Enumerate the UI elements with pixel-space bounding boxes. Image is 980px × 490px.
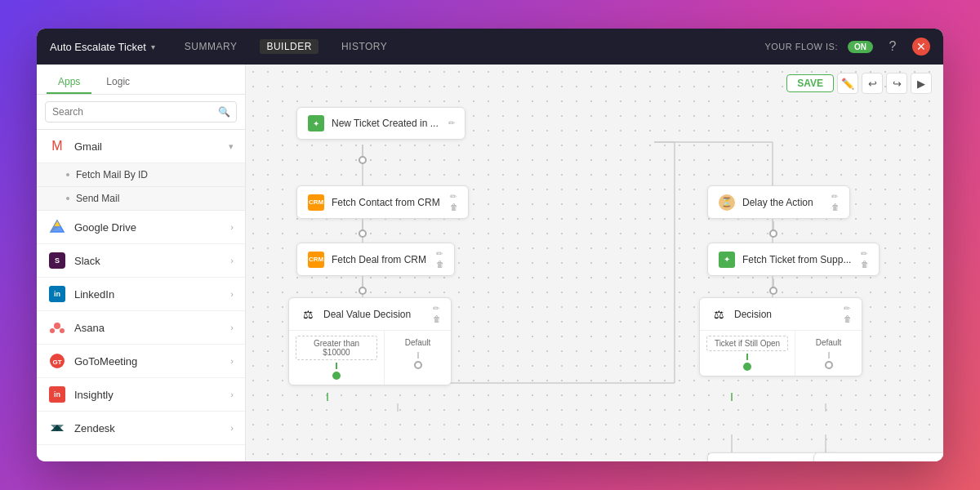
trigger-node[interactable]: ✦ New Ticket Created in ... ✏ xyxy=(296,107,466,140)
slack-label: Slack xyxy=(74,255,222,267)
insightly-label: Insightly xyxy=(74,389,222,401)
right-decision-icon: ⚖ xyxy=(710,305,728,323)
branch-green-dot xyxy=(332,372,341,380)
app-title: Auto Escalate Ticket xyxy=(50,41,146,53)
app-asana[interactable]: Asana › xyxy=(37,311,245,345)
fetch-ticket-icon: ✦ xyxy=(718,251,736,269)
app-linkedin[interactable]: in LinkedIn › xyxy=(37,278,245,311)
linkedin-icon: in xyxy=(48,285,66,303)
default-left-label: Default xyxy=(399,336,438,350)
nav-builder[interactable]: BUILDER xyxy=(260,39,318,54)
delete-icon-3[interactable]: 🗑 xyxy=(436,261,444,269)
delete-icon-6[interactable]: 🗑 xyxy=(861,261,869,269)
fetch-deal-title: Fetch Deal from CRM xyxy=(332,254,426,265)
gtm-label: GoToMeeting xyxy=(74,355,222,368)
app-window: Auto Escalate Ticket ▾ SUMMARY BUILDER H… xyxy=(37,29,943,461)
app-google-drive[interactable]: Google Drive › xyxy=(37,211,245,244)
nav-history[interactable]: HISTORY xyxy=(338,39,390,54)
fetch-contact-icon: CRM xyxy=(307,194,325,212)
edit-icon-7[interactable]: ✏ xyxy=(844,305,852,313)
edit-button[interactable]: ✏️ xyxy=(837,73,858,94)
asana-label: Asana xyxy=(74,322,222,334)
search-icon: 🔍 xyxy=(218,106,230,118)
delay-title: Delay the Action xyxy=(742,197,822,208)
default-dot-left xyxy=(414,361,422,369)
header-nav: SUMMARY BUILDER HISTORY xyxy=(181,39,391,54)
sidebar-item-fetch-mail[interactable]: Fetch Mail By ID xyxy=(37,163,245,187)
svg-text:GT: GT xyxy=(52,359,61,366)
help-button[interactable]: ? xyxy=(883,37,902,56)
gmail-label: Gmail xyxy=(74,140,220,153)
zendesk-icon xyxy=(48,419,66,437)
branch-greater-label: Greater than $10000 xyxy=(296,336,377,360)
fetch-deal-icon: CRM xyxy=(307,251,325,269)
gtm-icon: GT xyxy=(48,352,66,370)
app-zendesk[interactable]: Zendesk › xyxy=(37,412,245,445)
fetch-deal-node[interactable]: CRM Fetch Deal from CRM ✏ 🗑 xyxy=(296,243,455,276)
app-gmail[interactable]: M Gmail ▾ xyxy=(37,130,245,163)
canvas-toolbar: SAVE ✏️ ↩ ↪ ▶ xyxy=(786,73,932,94)
connector-right-1 xyxy=(769,221,777,238)
edit-icon-3[interactable]: ✏ xyxy=(436,250,444,258)
gdrive-chevron: › xyxy=(230,222,234,232)
connector-down-2 xyxy=(359,221,367,238)
close-button[interactable]: ✕ xyxy=(912,38,930,56)
insightly-chevron: › xyxy=(230,390,234,399)
edit-icon-4[interactable]: ✏ xyxy=(433,305,441,313)
app-gotomeeting[interactable]: GT GoToMeeting › xyxy=(37,345,245,378)
send-channel-node[interactable]: S Send Channel Message ✏ 🗑 xyxy=(813,452,943,461)
trigger-actions: ✏ xyxy=(448,119,455,127)
fetch-ticket-title: Fetch Ticket from Supp... xyxy=(742,254,851,265)
redo-button[interactable]: ↪ xyxy=(886,73,907,94)
undo-button[interactable]: ↩ xyxy=(862,73,883,94)
sidebar: Apps Logic 🔍 M Gmail ▾ Fetch Mail By xyxy=(37,65,246,461)
zendesk-label: Zendesk xyxy=(74,422,222,434)
linkedin-label: LinkedIn xyxy=(74,288,222,301)
nav-summary[interactable]: SUMMARY xyxy=(181,39,241,54)
slack-icon: S xyxy=(48,252,66,270)
tab-logic[interactable]: Logic xyxy=(95,71,141,94)
right-decision-header: ⚖ Decision ✏ 🗑 xyxy=(700,298,862,330)
branch-greater: Greater than $10000 xyxy=(289,331,384,385)
delay-node[interactable]: ⏳ Delay the Action ✏ 🗑 xyxy=(707,185,850,219)
edit-icon[interactable]: ✏ xyxy=(448,119,455,127)
app-insightly[interactable]: in Insightly › xyxy=(37,378,245,412)
delete-icon-5[interactable]: 🗑 xyxy=(831,203,840,212)
deal-decision-node[interactable]: ⚖ Deal Value Decision ✏ 🗑 Greater than $… xyxy=(288,297,452,385)
gmail-chevron: ▾ xyxy=(229,141,234,152)
delete-icon-7[interactable]: 🗑 xyxy=(844,315,852,323)
svg-point-6 xyxy=(60,328,65,333)
sidebar-item-send-mail[interactable]: Send Mail xyxy=(37,187,245,211)
fetch-mail-label: Fetch Mail By ID xyxy=(76,169,148,180)
sub-dot-icon xyxy=(66,173,69,176)
fetch-ticket-node[interactable]: ✦ Fetch Ticket from Supp... ✏ 🗑 xyxy=(707,243,880,276)
edit-icon-5[interactable]: ✏ xyxy=(831,193,840,201)
branch-green-dot-right xyxy=(743,363,751,371)
fetch-ticket-actions: ✏ 🗑 xyxy=(861,250,869,269)
fetch-contact-node[interactable]: CRM Fetch Contact from CRM ✏ 🗑 xyxy=(296,185,469,219)
flow-toggle[interactable]: ON xyxy=(848,41,873,53)
send-mail-icon: M xyxy=(718,461,736,462)
title-chevron[interactable]: ▾ xyxy=(151,42,155,51)
tab-apps[interactable]: Apps xyxy=(47,71,91,94)
asana-icon xyxy=(48,318,66,336)
svg-point-5 xyxy=(50,328,55,333)
app-slack[interactable]: S Slack › xyxy=(37,244,245,278)
save-button[interactable]: SAVE xyxy=(786,74,834,92)
play-button[interactable]: ▶ xyxy=(911,73,932,94)
gtm-chevron: › xyxy=(230,356,234,366)
connector-down-1 xyxy=(359,145,367,164)
delay-actions: ✏ 🗑 xyxy=(831,193,840,212)
connector-right-2 xyxy=(769,278,777,295)
header-title: Auto Escalate Ticket ▾ xyxy=(50,41,155,53)
edit-icon-6[interactable]: ✏ xyxy=(861,250,869,258)
trigger-icon: ✦ xyxy=(307,114,325,132)
delete-icon-2[interactable]: 🗑 xyxy=(450,203,458,212)
header: Auto Escalate Ticket ▾ SUMMARY BUILDER H… xyxy=(37,29,943,65)
delete-icon-4[interactable]: 🗑 xyxy=(433,315,441,323)
right-decision-node[interactable]: ⚖ Decision ✏ 🗑 Ticket if Still Open xyxy=(699,297,862,376)
fetch-deal-actions: ✏ 🗑 xyxy=(436,250,444,269)
right-decision-actions: ✏ 🗑 xyxy=(844,305,852,323)
edit-icon-2[interactable]: ✏ xyxy=(450,193,458,201)
search-input[interactable] xyxy=(45,101,237,122)
